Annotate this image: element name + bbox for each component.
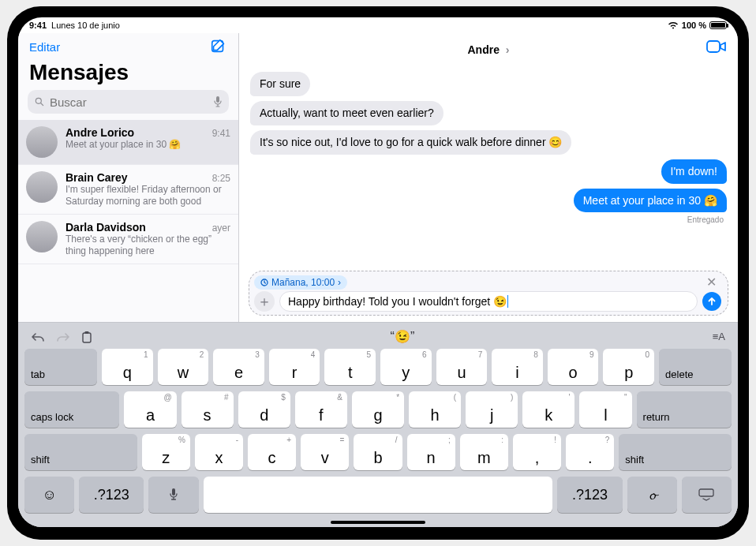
sidebar-title: Mensajes xyxy=(18,58,238,90)
key-tab[interactable]: tab xyxy=(24,349,97,385)
message-input[interactable]: Happy birthday! Told you I wouldn't forg… xyxy=(279,291,698,312)
key-i[interactable]: 8i xyxy=(492,349,543,385)
clock-icon xyxy=(260,279,268,286)
send-button[interactable] xyxy=(702,292,721,311)
search-input[interactable] xyxy=(50,95,208,109)
compose-button[interactable] xyxy=(210,38,227,55)
on-screen-keyboard: “😉” ≡A tab 1q2w3e4r5t6y7u8i9o0pdelete ca… xyxy=(18,322,738,527)
attach-button[interactable]: ＋ xyxy=(254,291,275,312)
key-capslock[interactable]: caps lock xyxy=(24,391,119,428)
svg-rect-4 xyxy=(707,41,720,52)
key-x[interactable]: -x xyxy=(195,434,243,470)
conversation-time: 9:41 xyxy=(212,128,230,139)
key-e[interactable]: 3e xyxy=(213,349,264,385)
avatar xyxy=(26,221,58,252)
scheduled-send-tag[interactable]: Mañana, 10:00 › xyxy=(254,275,347,290)
avatar xyxy=(26,171,58,203)
home-indicator[interactable] xyxy=(331,521,425,524)
key-dismiss-keyboard[interactable] xyxy=(682,477,732,513)
key-return[interactable]: return xyxy=(637,391,732,428)
key-s[interactable]: #s xyxy=(182,391,234,428)
key-w[interactable]: 2w xyxy=(158,349,209,385)
conversation-name: Andre Lorico xyxy=(65,126,134,139)
cancel-schedule-button[interactable]: ✕ xyxy=(702,275,721,290)
key-h[interactable]: (h xyxy=(409,391,461,428)
key-.[interactable]: ?. xyxy=(566,434,614,470)
chevron-right-icon: › xyxy=(338,277,341,288)
search-icon xyxy=(34,96,45,107)
conversation-item[interactable]: Darla Davidson ayer There's a very “chic… xyxy=(18,215,238,264)
status-bar: 9:41 Lunes 10 de junio 100 % xyxy=(18,17,738,33)
message-bubble[interactable]: Meet at your place in 30 🤗 xyxy=(574,189,727,213)
chat-pane: Andre › For sureActually, want to meet e… xyxy=(239,33,738,322)
key-numsym-right[interactable]: .?123 xyxy=(557,477,622,513)
status-date: Lunes 10 de junio xyxy=(51,21,120,30)
key-dictation[interactable] xyxy=(148,477,198,513)
conversation-snippet: There's a very “chicken or the egg” thin… xyxy=(65,234,230,257)
message-bubble[interactable]: It's so nice out, I'd love to go for a q… xyxy=(250,130,571,155)
edit-button[interactable]: Editar xyxy=(29,40,60,54)
conversation-time: 8:25 xyxy=(212,173,230,184)
key-q[interactable]: 1q xyxy=(102,349,153,385)
message-bubble[interactable]: Actually, want to meet even earlier? xyxy=(250,101,443,125)
conversation-name: Darla Davidson xyxy=(65,221,146,234)
conversation-item[interactable]: Brain Carey 8:25 I'm super flexible! Fri… xyxy=(18,165,238,215)
svg-point-1 xyxy=(36,98,41,103)
conversation-snippet: I'm super flexible! Friday afternoon or … xyxy=(65,184,230,208)
key-k[interactable]: 'k xyxy=(522,391,574,428)
message-row: For sure xyxy=(250,69,727,99)
key-o[interactable]: 9o xyxy=(548,349,599,385)
chat-title[interactable]: Andre › xyxy=(467,43,509,56)
key-n[interactable]: ;n xyxy=(407,434,455,470)
key-z[interactable]: %z xyxy=(142,434,190,470)
key-g[interactable]: *g xyxy=(352,391,404,428)
conversation-time: ayer xyxy=(212,223,230,234)
text-format-button[interactable]: ≡A xyxy=(713,331,725,342)
dictation-icon[interactable] xyxy=(213,95,223,108)
keyboard-suggestion[interactable]: “😉” xyxy=(391,329,415,344)
key-u[interactable]: 7u xyxy=(436,349,488,385)
key-,[interactable]: !, xyxy=(513,434,561,470)
key-d[interactable]: $d xyxy=(238,391,290,428)
redo-button[interactable] xyxy=(56,331,70,342)
key-v[interactable]: =v xyxy=(301,434,349,470)
search-field[interactable] xyxy=(28,90,229,114)
key-r[interactable]: 4r xyxy=(269,349,320,385)
key-l[interactable]: "l xyxy=(579,391,631,428)
key-numsym-left[interactable]: .?123 xyxy=(79,477,144,513)
key-delete[interactable]: delete xyxy=(659,349,732,385)
key-shift-right[interactable]: shift xyxy=(619,434,732,470)
message-bubble[interactable]: For sure xyxy=(250,72,310,96)
key-j[interactable]: )j xyxy=(466,391,518,428)
key-shift-left[interactable]: shift xyxy=(24,434,137,470)
key-m[interactable]: :m xyxy=(460,434,508,470)
key-t[interactable]: 5t xyxy=(324,349,376,385)
battery-percent: 100 % xyxy=(682,21,706,30)
key-a[interactable]: @a xyxy=(124,391,176,428)
key-f[interactable]: &f xyxy=(295,391,347,428)
status-time: 9:41 xyxy=(29,21,47,30)
key-p[interactable]: 0p xyxy=(603,349,654,385)
key-space[interactable] xyxy=(204,477,553,513)
key-handwriting[interactable]: 𝓸 xyxy=(627,477,677,513)
svg-rect-3 xyxy=(216,96,219,103)
svg-rect-6 xyxy=(83,333,91,342)
battery-icon xyxy=(709,21,727,29)
key-c[interactable]: +c xyxy=(248,434,296,470)
wifi-icon xyxy=(668,21,679,30)
svg-line-2 xyxy=(41,103,43,106)
undo-button[interactable] xyxy=(31,331,45,342)
conversation-snippet: Meet at your place in 30 🤗 xyxy=(65,139,230,151)
conversation-item[interactable]: Andre Lorico 9:41 Meet at your place in … xyxy=(18,120,238,165)
chevron-right-icon: › xyxy=(503,43,510,56)
video-call-button[interactable] xyxy=(706,39,727,54)
clipboard-button[interactable] xyxy=(81,331,92,343)
message-bubble[interactable]: I'm down! xyxy=(661,159,727,184)
svg-rect-9 xyxy=(699,489,713,496)
key-y[interactable]: 6y xyxy=(380,349,432,385)
message-thread[interactable]: For sureActually, want to meet even earl… xyxy=(239,66,738,266)
key-emoji[interactable]: ☺ xyxy=(24,477,74,513)
key-b[interactable]: /b xyxy=(354,434,402,470)
svg-rect-7 xyxy=(85,331,89,334)
svg-rect-8 xyxy=(172,488,175,496)
